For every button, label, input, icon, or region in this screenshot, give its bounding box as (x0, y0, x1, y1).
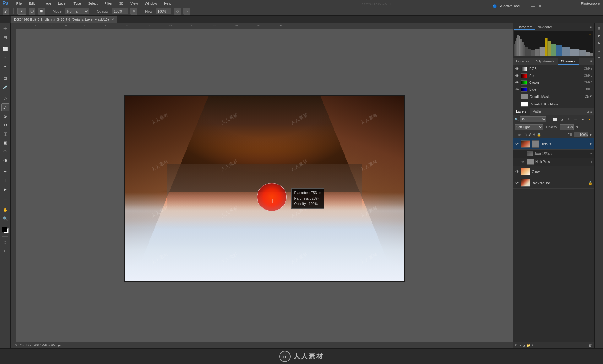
brush-tool[interactable]: 🖌 (1, 103, 9, 111)
layer-row-highpass[interactable]: 👁 High Pass ≡ (513, 158, 594, 166)
rail-type-icon[interactable]: A (595, 40, 602, 46)
lock-transparent-icon[interactable]: ⬚ (524, 133, 527, 137)
menu-image[interactable]: Image (40, 1, 52, 6)
layers-bottom-fx[interactable]: fx (519, 344, 521, 347)
document-tab[interactable]: DSC4348-Edit-3 English.tif @ 16.7% (Deta… (11, 16, 117, 23)
layers-delete-icon[interactable]: 🗑 (589, 343, 592, 347)
channel-red[interactable]: 👁 Red Ctrl+3 (513, 72, 594, 79)
eye-icon-background[interactable]: 👁 (515, 181, 520, 185)
details-layer-arrow[interactable]: ▼ (589, 142, 592, 146)
menu-edit[interactable]: Edit (27, 1, 36, 6)
arrow-right-icon[interactable]: ▶ (58, 344, 61, 347)
eye-icon-blue[interactable]: 👁 (515, 88, 519, 91)
tab-channels[interactable]: Channels (558, 58, 579, 65)
tab-histogram[interactable]: Histogram (514, 24, 535, 30)
layers-bottom-settings[interactable]: ⚙ (515, 344, 518, 347)
channel-blue[interactable]: 👁 Blue Ctrl+5 (513, 86, 594, 93)
menu-view[interactable]: View (129, 1, 139, 6)
path-select-tool[interactable]: ▶ (1, 185, 9, 193)
layer-row-details[interactable]: 👁 Details ▼ (513, 138, 594, 150)
quick-select-tool[interactable]: ✦ (1, 62, 9, 71)
rail-histogram-icon[interactable]: ▦ (595, 24, 602, 31)
filter-pixel-icon[interactable]: ⬜ (552, 116, 558, 122)
layers-bottom-adjust[interactable]: ◑ (523, 344, 525, 347)
eye-icon-glow[interactable]: 👁 (515, 169, 520, 174)
menu-layer[interactable]: Layer (57, 1, 68, 6)
channel-green[interactable]: 👁 Green Ctrl+4 (513, 79, 594, 86)
options-brush-preset[interactable]: ▼ (17, 8, 26, 15)
eye-icon-green[interactable]: 👁 (515, 81, 519, 84)
histogram-options[interactable]: ≡ (589, 24, 593, 30)
filter-kind-select[interactable]: Kind Name Effect Mode Attribute Color Sm… (520, 116, 546, 122)
selective-tool-minimize[interactable]: — (531, 4, 535, 8)
layers-fill-input[interactable] (574, 132, 588, 137)
tab-layers[interactable]: Layers (513, 108, 530, 115)
opacity-dropdown-icon[interactable]: ▼ (576, 126, 579, 129)
lock-image-icon[interactable]: 🖌 (528, 133, 531, 136)
document-close-btn[interactable]: ✕ (111, 18, 114, 21)
foreground-color[interactable] (2, 227, 7, 232)
details-layer-mask[interactable] (532, 140, 539, 148)
crop-tool[interactable]: ⊡ (1, 74, 9, 82)
photo-canvas[interactable]: 人人素材 人人素材 人人素材 人人素材 人人素材 人人素材 人人素材 人人素材 … (16, 29, 513, 348)
smart-filters-options[interactable]: ≡ (590, 152, 592, 155)
menu-select[interactable]: Select (87, 1, 99, 6)
hand-tool[interactable]: ✋ (1, 206, 9, 214)
brush-tool-icon[interactable]: 🖌 (3, 8, 9, 15)
menu-file[interactable]: File (15, 1, 23, 6)
history-brush[interactable]: ⟲ (1, 121, 9, 129)
layer-row-background[interactable]: 👁 Background 🔒 (513, 177, 594, 189)
menu-3d[interactable]: 3D (118, 1, 125, 6)
filter-toggle[interactable]: ● (587, 116, 592, 122)
screen-mode-btn[interactable]: ⊟ (1, 247, 9, 255)
eye-icon-highpass[interactable]: 👁 (520, 160, 525, 164)
airbrush-icon[interactable]: ◎ (174, 8, 181, 15)
filter-shape-icon[interactable]: ▭ (573, 116, 579, 122)
rail-info-icon[interactable]: ℹ (595, 47, 602, 54)
layers-opacity-input[interactable] (560, 124, 574, 130)
flow-input[interactable] (156, 8, 171, 14)
mode-select[interactable]: Normal Multiply Screen Overlay Soft Ligh… (65, 8, 89, 14)
zoom-tool[interactable]: 🔍 (1, 214, 9, 222)
blend-mode-select[interactable]: Soft Light Normal Dissolve Multiply Scre… (515, 124, 543, 130)
shape-tool[interactable]: ▭ (1, 194, 9, 202)
lock-all-icon[interactable]: 🔒 (537, 133, 541, 137)
filter-type-icon[interactable]: T (566, 116, 572, 122)
tab-adjustments[interactable]: Adjustments (532, 58, 558, 65)
selective-tool-close[interactable]: ✕ (538, 4, 541, 8)
dodge-tool[interactable]: ◑ (1, 156, 9, 164)
artboard-tool[interactable]: ⊞ (1, 33, 9, 41)
quick-mask-btn[interactable]: ⬚ (1, 238, 9, 246)
channels-options[interactable]: ≡ (589, 58, 594, 65)
eyedropper-tool[interactable]: 💉 (1, 83, 9, 91)
menu-filter[interactable]: Filter (103, 1, 113, 6)
tab-paths[interactable]: Paths (530, 108, 545, 115)
layer-row-glow[interactable]: 👁 Glow (513, 166, 594, 177)
eye-icon-rgb[interactable]: 👁 (515, 67, 519, 71)
marquee-tool[interactable]: ⬜ (1, 45, 9, 53)
filter-adj-icon[interactable]: ◑ (559, 116, 565, 122)
lasso-tool[interactable]: ⌢ (1, 54, 9, 62)
rail-play-icon[interactable]: ▶ (595, 32, 602, 39)
channel-rgb[interactable]: 👁 RGB Ctrl+2 (513, 65, 594, 72)
menu-type[interactable]: Type (72, 1, 82, 6)
fill-dropdown-icon[interactable]: ▼ (589, 133, 592, 136)
eye-icon-red[interactable]: 👁 (515, 74, 519, 78)
layers-options[interactable]: ≡ (590, 110, 592, 114)
tab-navigator[interactable]: Navigator (535, 24, 555, 30)
gradient-tool[interactable]: ▣ (1, 138, 9, 147)
layers-settings-icon[interactable]: ⚙ (586, 110, 589, 114)
layers-bottom-group[interactable]: 📁 (527, 344, 530, 347)
healing-tool[interactable]: ⊕ (1, 94, 9, 103)
details-filter-mask-row[interactable]: Details Filter Mask (513, 100, 594, 108)
options-tool2[interactable]: ⬡ (29, 8, 35, 15)
menu-help[interactable]: Help (163, 1, 172, 6)
pen-tool[interactable]: ✒ (1, 168, 9, 176)
layers-bottom-new[interactable]: + (532, 344, 534, 347)
blur-tool[interactable]: ◌ (1, 147, 9, 155)
smoothing-icon[interactable]: 〜 (183, 8, 190, 15)
rail-layers-icon[interactable]: ≡ (595, 55, 602, 62)
menu-window[interactable]: Window (144, 1, 158, 6)
tab-libraries[interactable]: Libraries (513, 58, 532, 65)
filter-smart-icon[interactable]: ✦ (580, 116, 585, 122)
